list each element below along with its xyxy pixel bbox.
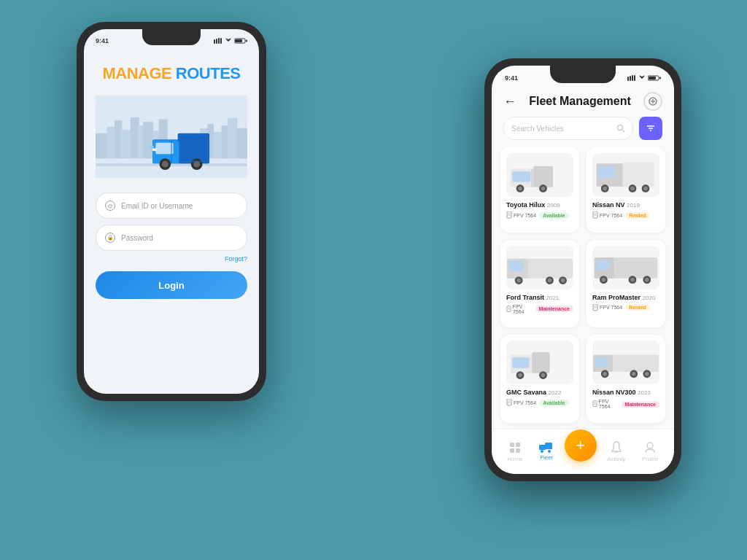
logo-routes: ROUTES (176, 64, 241, 82)
svg-rect-61 (507, 211, 511, 218)
phone-fleet: 9:41 ← Fleet Management Search Vehicles (484, 58, 681, 481)
vehicle-card[interactable]: Nissan NV300 2023 FPV 7564 Maintenance (587, 335, 665, 423)
svg-point-72 (643, 187, 647, 190)
email-field[interactable]: @ Email ID or Username (96, 192, 247, 219)
forgot-password-link[interactable]: Forgot? (96, 255, 247, 262)
login-button[interactable]: Login (96, 271, 247, 299)
search-input-container[interactable]: Search Vehicles (503, 117, 633, 140)
status-icons-1 (214, 38, 247, 44)
nav-home[interactable]: Home (501, 438, 528, 465)
bottom-nav: Home Fleet + Activity Profile (492, 429, 674, 474)
vehicle-id: FPV 7564 (506, 399, 536, 406)
back-button[interactable]: ← (503, 94, 516, 109)
svg-rect-97 (593, 304, 597, 311)
vehicle-image (592, 246, 659, 289)
svg-rect-0 (214, 39, 215, 44)
email-placeholder: Email ID or Username (121, 202, 193, 210)
vehicle-card[interactable]: GMC Savana 2022 FPV 7564 Available (500, 335, 579, 423)
vehicle-card[interactable]: Nissan NV 2019 FPV 7564 Rented (587, 147, 665, 233)
svg-rect-102 (512, 358, 529, 368)
vehicle-card[interactable]: Ram ProMaster 2020 FPV 7564 Rented (587, 240, 665, 328)
svg-point-128 (541, 450, 543, 453)
svg-rect-24 (96, 163, 247, 166)
svg-point-114 (603, 372, 607, 376)
svg-point-116 (632, 372, 635, 376)
svg-rect-73 (593, 211, 597, 218)
vehicle-image (506, 246, 573, 289)
vehicle-card[interactable]: Toyota Hilux 2009 FPV 7564 Available (500, 147, 579, 233)
nav-fleet-label: Fleet (540, 454, 553, 461)
search-bar: Search Vehicles (492, 117, 674, 147)
vehicles-grid: Toyota Hilux 2009 FPV 7564 Available Nis… (492, 147, 674, 474)
svg-point-96 (645, 278, 649, 281)
vehicle-year: 2022 (549, 389, 562, 396)
status-icons-2 (627, 75, 661, 81)
svg-rect-6 (246, 40, 247, 42)
svg-point-92 (602, 278, 605, 281)
password-field[interactable]: 🔒 Password (96, 225, 247, 251)
svg-point-48 (618, 125, 623, 131)
svg-rect-5 (235, 39, 242, 42)
status-badge: Available (539, 212, 568, 219)
vehicle-name: Nissan NV 2019 (592, 201, 659, 209)
vehicle-id: FPV 7564 (592, 211, 622, 219)
svg-rect-124 (510, 448, 514, 453)
time-1: 9:41 (96, 37, 109, 44)
svg-rect-107 (507, 399, 511, 405)
svg-rect-125 (516, 448, 520, 453)
notch-2 (550, 66, 616, 83)
vehicle-meta: FPV 7564 Available (506, 211, 573, 219)
password-placeholder: Password (121, 234, 153, 242)
svg-rect-2 (218, 38, 220, 44)
vehicle-meta: FPV 7564 Maintenance (592, 399, 659, 409)
vehicle-name: Ford Transit 2021 (506, 294, 573, 301)
svg-rect-66 (598, 166, 615, 178)
vehicle-id: FPV 7564 (592, 399, 619, 409)
logo-manage: MANAGE (102, 64, 171, 82)
header-add-button[interactable] (643, 92, 662, 111)
svg-point-104 (518, 373, 522, 377)
svg-rect-41 (634, 75, 635, 81)
svg-rect-43 (649, 77, 656, 79)
app-illustration (96, 89, 247, 184)
login-content: MANAGE ROUTES (84, 50, 259, 394)
svg-point-118 (645, 372, 649, 376)
svg-point-129 (548, 450, 551, 453)
vehicle-name: Nissan NV300 2023 (592, 389, 659, 396)
vehicle-id: FPV 7564 (506, 304, 533, 314)
svg-point-33 (193, 161, 200, 168)
vehicle-name: GMC Savana 2022 (506, 389, 573, 396)
vehicle-id: FPV 7564 (506, 211, 536, 219)
svg-point-59 (541, 187, 545, 190)
status-badge: Rented (625, 304, 650, 311)
vehicle-image (592, 341, 659, 384)
fab-add-button[interactable]: + (565, 429, 597, 462)
svg-rect-123 (516, 443, 520, 447)
svg-rect-127 (539, 445, 546, 450)
app-logo: MANAGE ROUTES (102, 64, 240, 83)
svg-rect-39 (630, 76, 631, 81)
email-icon: @ (105, 201, 115, 211)
nav-activity[interactable]: Activity (601, 438, 631, 465)
vehicle-image (506, 153, 573, 197)
filter-button[interactable] (639, 117, 662, 140)
svg-rect-101 (532, 352, 549, 373)
vehicle-card[interactable]: Ford Transit 2021 FPV 7564 Maintenance (500, 240, 579, 328)
time-2: 9:41 (505, 74, 518, 82)
vehicle-year: 2009 (547, 202, 560, 209)
vehicle-year: 2019 (627, 202, 640, 209)
nav-fleet[interactable]: Fleet (533, 440, 560, 464)
vehicle-year: 2023 (638, 389, 651, 396)
svg-rect-1 (216, 39, 217, 44)
svg-point-106 (541, 373, 545, 377)
svg-rect-90 (597, 260, 610, 270)
nav-profile[interactable]: Profile (636, 438, 665, 465)
svg-rect-55 (512, 171, 530, 182)
svg-point-31 (162, 161, 169, 168)
svg-rect-126 (545, 443, 552, 449)
svg-rect-78 (509, 260, 524, 271)
status-badge: Maintenance (622, 401, 659, 408)
svg-point-82 (548, 279, 551, 282)
svg-rect-37 (150, 146, 154, 148)
status-badge: Available (539, 400, 568, 406)
